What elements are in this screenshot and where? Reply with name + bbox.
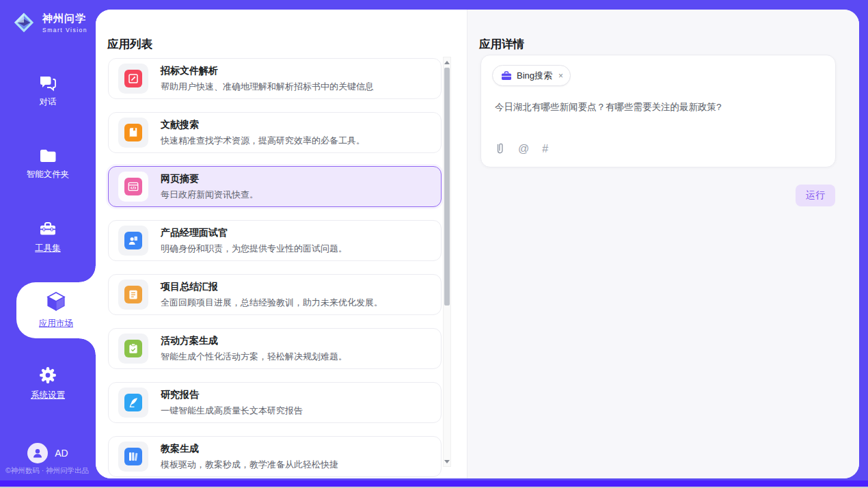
books-icon: [124, 448, 142, 465]
app-name: 研究报告: [161, 389, 303, 401]
sidebar-item-label: 对话: [40, 96, 57, 108]
sidebar-item-label: 应用市场: [39, 318, 73, 329]
chat-icon: [38, 74, 57, 92]
app-card-event-plan[interactable]: 活动方案生成 智能生成个性化活动方案，轻松解决规划难题。: [108, 328, 442, 369]
sidebar: 神州问学 Smart Vision 对话: [0, 0, 96, 480]
sidebar-nav: 对话 智能文件夹: [0, 63, 96, 429]
sidebar-item-smart-folder[interactable]: 智能文件夹: [0, 136, 96, 192]
clipboard-check-icon: [124, 340, 142, 357]
scroll-up-arrow-icon[interactable]: [444, 57, 450, 67]
briefcase-icon: [501, 71, 512, 81]
app-icon-frame: [118, 388, 148, 418]
app-detail-title: 应用详情: [479, 37, 524, 52]
app-card-web-summary[interactable]: 网页摘要 每日政府新闻资讯快查。: [108, 166, 442, 207]
brand-logo: 神州问学 Smart Vision: [0, 0, 96, 36]
app-description: 每日政府新闻资讯快查。: [161, 189, 258, 201]
app-icon-frame: [118, 334, 148, 364]
list-scrollbar[interactable]: [443, 57, 451, 467]
app-name: 活动方案生成: [161, 335, 347, 347]
tool-chip-label: Bing搜索: [517, 70, 552, 82]
bottom-accent-bar: [0, 480, 868, 487]
scrollbar-thumb[interactable]: [444, 68, 450, 306]
content-panel: 应用列表 招标文件解析 帮助用户快速、准确地理解和解析招标书中的关键信息: [96, 10, 859, 478]
brand-subtitle: Smart Vision: [42, 27, 87, 33]
hash-icon[interactable]: #: [542, 144, 548, 154]
folder-icon: [38, 148, 57, 164]
sidebar-item-chat[interactable]: 对话: [0, 63, 96, 119]
tool-chip-bing-search[interactable]: Bing搜索 ×: [492, 65, 571, 86]
app-description: 快速精准查找学术资源，提高研究效率的必备工具。: [161, 135, 365, 147]
edit-document-icon: [124, 70, 142, 87]
prompt-toolbar: @ #: [495, 143, 548, 154]
sidebar-item-settings[interactable]: 系统设置: [0, 355, 96, 411]
close-icon[interactable]: ×: [558, 71, 563, 81]
app-list-panel: 应用列表 招标文件解析 帮助用户快速、准确地理解和解析招标书中的关键信息: [96, 10, 467, 478]
quill-icon: [124, 394, 142, 411]
paperclip-icon[interactable]: [495, 143, 505, 154]
app-card-pm-interviewer[interactable]: 产品经理面试官 明确身份和职责，为您提供专业性的面试问题。: [108, 220, 442, 261]
browser-code-icon: [124, 178, 142, 195]
app-list-title: 应用列表: [107, 37, 152, 52]
mention-icon[interactable]: @: [518, 144, 529, 154]
app-name: 产品经理面试官: [161, 227, 347, 239]
gear-icon: [38, 366, 57, 385]
sidebar-item-label: 智能文件夹: [27, 169, 70, 180]
app-card-literature-search[interactable]: 文献搜索 快速精准查找学术资源，提高研究效率的必备工具。: [108, 112, 442, 153]
app-name: 网页摘要: [161, 173, 258, 185]
app-icon-frame: [118, 118, 148, 148]
app-window: 神州问学 Smart Vision 对话: [0, 0, 868, 488]
report-note-icon: [124, 286, 142, 303]
app-name: 招标文件解析: [161, 65, 374, 77]
prompt-card: Bing搜索 × 今日湖北有哪些新闻要点？有哪些需要关注的最新政策? @ #: [480, 55, 836, 167]
app-description: 全面回顾项目进展，总结经验教训，助力未来优化发展。: [161, 297, 383, 309]
app-icon-frame: [118, 172, 148, 202]
app-name: 教案生成: [161, 443, 338, 455]
avatar: [27, 443, 48, 463]
run-button[interactable]: 运行: [796, 185, 835, 206]
app-name: 项目总结汇报: [161, 281, 383, 293]
app-icon-frame: [118, 280, 148, 310]
app-icon-frame: [118, 64, 148, 94]
app-description: 模板驱动，教案秒成，教学准备从此轻松快捷: [161, 459, 338, 471]
app-description: 帮助用户快速、准确地理解和解析招标书中的关键信息: [161, 81, 374, 93]
sidebar-item-label: 系统设置: [31, 390, 65, 401]
app-icon-frame: [118, 226, 148, 256]
diamond-logo-icon: [11, 10, 37, 36]
prompt-input[interactable]: 今日湖北有哪些新闻要点？有哪些需要关注的最新政策?: [495, 100, 822, 114]
app-card-lesson-plan[interactable]: 教案生成 模板驱动，教案秒成，教学准备从此轻松快捷: [108, 436, 442, 477]
app-card-list: 招标文件解析 帮助用户快速、准确地理解和解析招标书中的关键信息 文献搜索 快速精…: [108, 58, 442, 478]
cube-icon: [46, 291, 66, 313]
app-card-project-summary[interactable]: 项目总结汇报 全面回顾项目进展，总结经验教训，助力未来优化发展。: [108, 274, 442, 315]
sidebar-footer-text: ©神州数码 · 神州问学出品: [0, 466, 96, 476]
toolbox-icon: [38, 220, 57, 238]
scroll-down-arrow-icon[interactable]: [444, 457, 450, 466]
app-detail-panel: 应用详情 Bing搜索 × 今日湖北有哪些新闻要点？有哪些需要关注的最新政策?: [467, 10, 859, 478]
app-description: 明确身份和职责，为您提供专业性的面试问题。: [161, 243, 347, 255]
user-account[interactable]: AD: [0, 443, 96, 463]
app-card-research-report[interactable]: 研究报告 一键智能生成高质量长文本研究报告: [108, 382, 442, 423]
sidebar-item-toolset[interactable]: 工具集: [0, 209, 96, 265]
interviewer-icon: [124, 232, 142, 249]
brand-title: 神州问学: [42, 12, 87, 25]
sidebar-item-label: 工具集: [35, 243, 61, 254]
sidebar-item-app-market[interactable]: 应用市场: [16, 282, 96, 338]
app-icon-frame: [118, 442, 148, 472]
app-name: 文献搜索: [161, 119, 365, 131]
app-card-bid-analysis[interactable]: 招标文件解析 帮助用户快速、准确地理解和解析招标书中的关键信息: [108, 58, 442, 99]
app-description: 智能生成个性化活动方案，轻松解决规划难题。: [161, 351, 347, 363]
book-icon: [124, 124, 142, 141]
user-name: AD: [55, 448, 68, 459]
app-description: 一键智能生成高质量长文本研究报告: [161, 405, 303, 417]
